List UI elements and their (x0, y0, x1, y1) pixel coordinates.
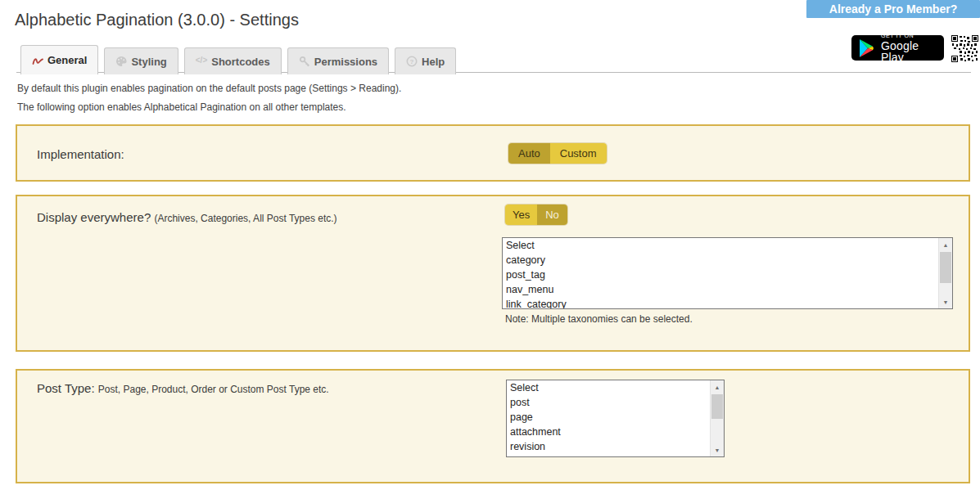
display-no-button[interactable]: No (537, 205, 567, 225)
scroll-down-icon[interactable]: ▼ (939, 295, 952, 308)
intro-line-2: The following option enables Alphabetica… (17, 101, 401, 113)
post-type-main-label: Post Type: (37, 381, 95, 395)
page-title: Alphabetic Pagination (3.0.0) - Settings (15, 11, 299, 29)
taxonomy-option[interactable]: link_category (503, 297, 952, 309)
taxonomy-scrollbar[interactable]: ▲ ▼ (938, 238, 952, 308)
tab-label: Styling (131, 56, 166, 68)
display-everywhere-toggle: Yes No (505, 205, 567, 225)
store-badges: GET IT ON Google Play (851, 35, 978, 62)
taxonomy-option[interactable]: Select (503, 238, 952, 253)
post-type-option[interactable]: Select (507, 380, 724, 395)
tab-help[interactable]: ? Help (395, 47, 456, 74)
scrollbar-thumb[interactable] (940, 252, 951, 283)
post-type-select[interactable]: Select post page attachment revision ▲ ▼ (506, 380, 725, 457)
taxonomy-option[interactable]: nav_menu (503, 282, 952, 297)
display-everywhere-label: Display everywhere? (Archives, Categorie… (37, 210, 337, 224)
google-play-badge[interactable]: GET IT ON Google Play (851, 35, 944, 61)
google-play-store-label: Google Play (881, 40, 937, 63)
taxonomy-select[interactable]: Select category post_tag nav_menu link_c… (502, 237, 953, 309)
post-type-option[interactable]: revision (507, 439, 724, 454)
taxonomy-option[interactable]: category (503, 253, 952, 267)
display-yes-button[interactable]: Yes (505, 205, 537, 225)
scrollbar-thumb[interactable] (711, 394, 723, 419)
key-icon (299, 56, 310, 67)
pro-member-button[interactable]: Already a Pro Member? (806, 0, 980, 18)
display-everywhere-main-label: Display everywhere? (37, 210, 151, 224)
post-type-option[interactable]: post (507, 395, 724, 410)
taxonomy-note: Note: Multiple taxonomies can be selecte… (505, 313, 693, 325)
intro-line-1: By default this plugin enables paginatio… (17, 83, 401, 94)
tab-bar: General Styling </> Shortcodes Permissio… (20, 45, 456, 74)
google-play-icon (859, 39, 875, 57)
implementation-toggle: Auto Custom (508, 143, 607, 164)
implementation-label: Implementation: (37, 147, 124, 161)
post-type-scrollbar[interactable]: ▲ ▼ (710, 380, 724, 456)
scroll-up-icon[interactable]: ▲ (711, 380, 724, 393)
post-type-sublabel: Post, Page, Product, Order or Custom Pos… (98, 384, 329, 395)
svg-text:?: ? (410, 58, 414, 65)
tab-general[interactable]: General (20, 45, 98, 74)
qr-code (951, 35, 978, 62)
section-display-everywhere: Display everywhere? (Archives, Categorie… (16, 195, 970, 352)
post-type-label: Post Type: Post, Page, Product, Order or… (37, 381, 329, 395)
tab-label: General (47, 54, 87, 66)
display-everywhere-sublabel: (Archives, Categories, All Post Types et… (154, 213, 336, 224)
scroll-down-icon[interactable]: ▼ (711, 443, 724, 456)
implementation-auto-button[interactable]: Auto (508, 143, 550, 164)
implementation-custom-button[interactable]: Custom (550, 143, 607, 164)
tab-shortcodes[interactable]: </> Shortcodes (184, 47, 282, 74)
tab-label: Shortcodes (211, 56, 270, 68)
google-play-tagline: GET IT ON (881, 33, 937, 38)
tab-label: Help (422, 56, 445, 68)
section-post-type: Post Type: Post, Page, Product, Order or… (16, 369, 970, 483)
tab-styling[interactable]: Styling (104, 47, 178, 74)
palette-icon (115, 56, 127, 67)
scroll-up-icon[interactable]: ▲ (939, 238, 952, 251)
taxonomy-option[interactable]: post_tag (503, 267, 952, 282)
help-icon: ? (406, 56, 418, 67)
code-icon: </> (196, 56, 207, 67)
signature-icon (32, 55, 43, 66)
post-type-option[interactable]: attachment (507, 425, 724, 439)
intro-text: By default this plugin enables paginatio… (17, 83, 401, 120)
tab-label: Permissions (314, 56, 377, 68)
tab-permissions[interactable]: Permissions (287, 47, 389, 74)
post-type-option[interactable]: page (507, 410, 724, 425)
section-implementation: Implementation: Auto Custom (16, 124, 970, 182)
